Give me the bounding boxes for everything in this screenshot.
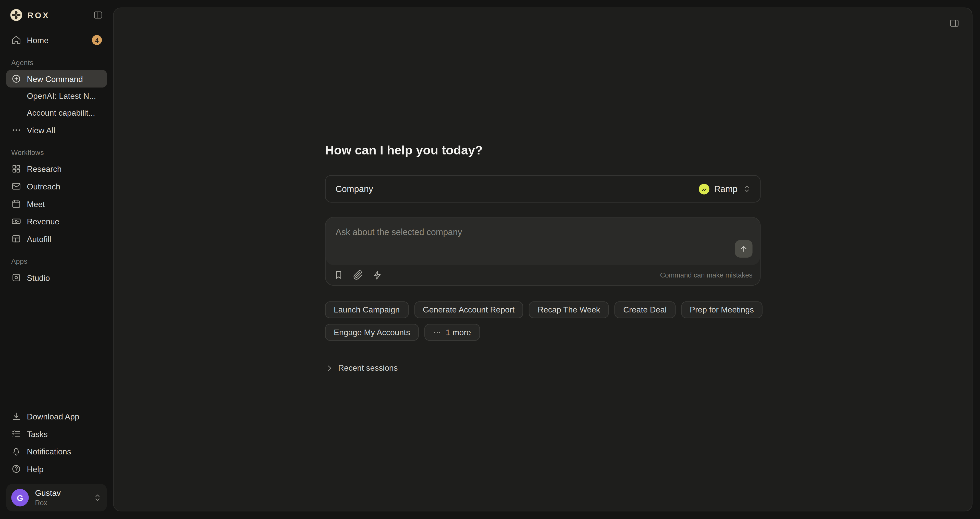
sidebar-item-download-app[interactable]: Download App — [6, 408, 107, 425]
arrow-up-icon — [739, 245, 748, 253]
panel-left-icon — [93, 10, 103, 20]
ramp-logo-icon — [698, 183, 709, 194]
brand-name: ROX — [27, 10, 50, 20]
sidebar-collapse-button[interactable] — [92, 9, 104, 21]
studio-label: Studio — [27, 273, 50, 282]
outreach-label: Outreach — [27, 181, 60, 191]
sidebar-item-autofill[interactable]: Autofill — [6, 230, 107, 248]
meet-label: Meet — [27, 199, 45, 209]
sidebar: ROX Home 4 Agents New Command OpenAI: La… — [0, 0, 113, 519]
ellipsis-icon — [433, 328, 441, 336]
panel-right-icon — [950, 18, 959, 28]
rox-brand: ROX — [10, 9, 50, 21]
help-icon — [11, 464, 21, 474]
app-window: ROX Home 4 Agents New Command OpenAI: La… — [0, 0, 980, 519]
download-icon — [11, 411, 21, 421]
sidebar-item-view-all[interactable]: View All — [6, 121, 107, 139]
download-app-label: Download App — [27, 412, 79, 421]
sidebar-header: ROX — [6, 7, 107, 31]
user-name: Gustav — [35, 489, 61, 498]
home-icon — [11, 35, 21, 45]
composer-input-area — [326, 218, 760, 265]
help-label: Help — [27, 464, 44, 474]
chevron-right-icon — [325, 363, 334, 372]
sidebar-item-agent-session-2[interactable]: Account capabilit... — [6, 104, 107, 121]
agent-session-label: OpenAI: Latest N... — [27, 91, 96, 101]
section-label-apps: Apps — [6, 248, 107, 269]
chip-recap-the-week[interactable]: Recap The Week — [529, 301, 609, 318]
chip-engage-my-accounts[interactable]: Engage My Accounts — [325, 324, 419, 341]
banknote-icon — [11, 216, 21, 226]
sidebar-item-outreach[interactable]: Outreach — [6, 178, 107, 195]
chip-more[interactable]: 1 more — [425, 324, 480, 341]
grid-icon — [11, 164, 21, 174]
sidebar-item-help[interactable]: Help — [6, 460, 107, 478]
greeting-heading: How can I help you today? — [325, 142, 760, 158]
recent-sessions-toggle[interactable]: Recent sessions — [325, 363, 398, 373]
attach-file-button[interactable] — [353, 270, 363, 280]
chip-prep-for-meetings[interactable]: Prep for Meetings — [681, 301, 762, 318]
suggestion-row-1: Launch Campaign Generate Account Report … — [325, 301, 760, 318]
user-meta: Gustav Rox — [35, 489, 61, 506]
studio-icon — [11, 273, 21, 283]
send-button[interactable] — [735, 240, 752, 258]
section-label-workflows: Workflows — [6, 139, 107, 160]
composer: Command can make mistakes — [325, 217, 760, 286]
section-label-agents: Agents — [6, 49, 107, 70]
home-label: Home — [27, 35, 48, 45]
composer-footer: Command can make mistakes — [326, 265, 760, 285]
bookmark-button[interactable] — [334, 270, 344, 280]
ellipsis-icon — [11, 125, 21, 135]
sidebar-item-notifications[interactable]: Notifications — [6, 443, 107, 460]
recent-sessions-label: Recent sessions — [338, 363, 398, 373]
sidebar-item-meet[interactable]: Meet — [6, 195, 107, 213]
sidebar-footer: Download App Tasks Notifications Help G … — [6, 408, 107, 512]
zap-icon — [372, 270, 383, 280]
bookmark-icon — [334, 270, 344, 280]
sidebar-item-revenue[interactable]: Revenue — [6, 213, 107, 230]
quick-actions-button[interactable] — [372, 270, 383, 280]
company-picker[interactable]: Ramp — [697, 181, 752, 197]
home-badge: 4 — [92, 35, 102, 45]
sidebar-item-new-command[interactable]: New Command — [6, 70, 107, 88]
command-home: How can I help you today? Company Ramp — [325, 142, 760, 374]
view-all-label: View All — [27, 125, 55, 135]
chip-generate-account-report[interactable]: Generate Account Report — [414, 301, 523, 318]
more-chip-label: 1 more — [445, 328, 471, 337]
company-selector-row: Company Ramp — [325, 175, 760, 203]
bell-icon — [11, 446, 21, 457]
suggestion-row-2: Engage My Accounts 1 more — [325, 324, 760, 341]
composer-tools — [334, 270, 383, 280]
avatar: G — [11, 489, 29, 506]
sidebar-item-agent-session-1[interactable]: OpenAI: Latest N... — [6, 88, 107, 104]
new-command-label: New Command — [27, 74, 83, 83]
sidebar-item-research[interactable]: Research — [6, 160, 107, 178]
main-panel: How can I help you today? Company Ramp — [113, 7, 972, 511]
tasks-icon — [11, 429, 21, 439]
tasks-label: Tasks — [27, 429, 48, 439]
notifications-label: Notifications — [27, 447, 71, 456]
autofill-label: Autofill — [27, 234, 51, 244]
sidebar-item-home[interactable]: Home 4 — [6, 31, 107, 49]
right-panel-toggle-button[interactable] — [948, 17, 961, 29]
sidebar-item-studio[interactable]: Studio — [6, 269, 107, 287]
table-icon — [11, 234, 21, 244]
chip-create-deal[interactable]: Create Deal — [614, 301, 675, 318]
user-menu[interactable]: G Gustav Rox — [6, 484, 107, 512]
user-org: Rox — [35, 499, 61, 506]
chevrons-up-down-icon — [742, 184, 751, 193]
rox-logo-icon — [10, 9, 22, 21]
company-picker-value: Ramp — [714, 184, 737, 194]
mail-icon — [11, 181, 21, 191]
calendar-icon — [11, 199, 21, 209]
chip-launch-campaign[interactable]: Launch Campaign — [325, 301, 408, 318]
research-label: Research — [27, 164, 62, 174]
paperclip-icon — [353, 270, 363, 280]
company-label: Company — [336, 184, 373, 194]
revenue-label: Revenue — [27, 217, 59, 226]
plus-circle-icon — [11, 74, 21, 84]
disclaimer-text: Command can make mistakes — [660, 271, 752, 279]
chevrons-up-down-icon — [93, 493, 102, 502]
sidebar-item-tasks[interactable]: Tasks — [6, 425, 107, 443]
message-input[interactable] — [326, 218, 760, 265]
